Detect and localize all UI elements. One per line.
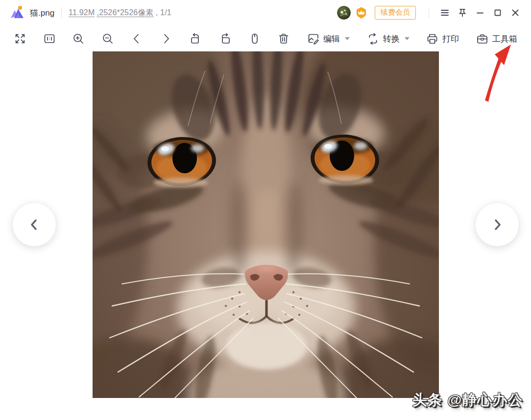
fullscreen-button[interactable]: [14, 32, 26, 45]
rotate-right-button[interactable]: [218, 32, 232, 46]
minimize-button[interactable]: [471, 5, 489, 21]
print-button[interactable]: 打印: [426, 32, 459, 46]
renew-membership-button[interactable]: 续费会员: [375, 6, 416, 20]
watermark-text: 头条 @静心办公: [412, 390, 524, 410]
menu-hamburger-icon[interactable]: [436, 5, 454, 21]
edit-button[interactable]: 编辑: [307, 32, 350, 46]
convert-dropdown-caret-icon[interactable]: [405, 37, 410, 40]
print-label: 打印: [442, 33, 459, 45]
actual-size-1-1-button[interactable]: [43, 32, 56, 45]
viewer-toolbar: 编辑 转换 打印 工具箱: [0, 25, 531, 52]
maximize-button[interactable]: [489, 5, 507, 21]
titlebar-divider: [61, 7, 62, 18]
edit-label: 编辑: [323, 33, 340, 45]
user-avatar[interactable]: [337, 6, 351, 20]
file-name: 猫.png: [30, 7, 54, 19]
next-photo-nav-button[interactable]: [476, 203, 519, 246]
mouse-settings-button[interactable]: [248, 32, 261, 45]
convert-label: 转换: [383, 33, 400, 45]
zoom-in-button[interactable]: [72, 32, 85, 45]
photo-viewer-image: [93, 51, 439, 398]
pin-always-on-top-icon[interactable]: [454, 5, 471, 21]
vip-crown-badge-icon[interactable]: [355, 6, 368, 20]
rotate-left-button[interactable]: [189, 32, 202, 46]
toolbox-button[interactable]: 工具箱: [476, 32, 517, 46]
file-index: , 1/1: [156, 8, 171, 17]
previous-photo-nav-button[interactable]: [13, 203, 56, 246]
annotation-arrow-to-toolbox: [482, 43, 517, 106]
title-bar: 猫.png 11.92M ,2526*2526像素 , 1/1 续费会员: [0, 0, 531, 25]
close-button[interactable]: [507, 5, 524, 21]
toolbox-label: 工具箱: [492, 33, 517, 45]
app-logo-icon: [9, 4, 25, 21]
previous-image-button[interactable]: [130, 32, 143, 45]
chevron-left-icon: [27, 218, 41, 232]
delete-button[interactable]: [277, 32, 290, 45]
next-image-button[interactable]: [160, 32, 172, 45]
chevron-right-icon: [490, 218, 504, 232]
zoom-out-button[interactable]: [101, 32, 114, 45]
file-info[interactable]: 11.92M ,2526*2526像素 , 1/1: [69, 8, 171, 18]
file-size[interactable]: 11.92M: [69, 8, 95, 17]
titlebar-divider-2: [429, 7, 429, 18]
file-dimensions[interactable]: ,2526*2526像素: [97, 8, 153, 18]
edit-dropdown-caret-icon[interactable]: [345, 37, 350, 40]
convert-button[interactable]: 转换: [366, 32, 410, 46]
